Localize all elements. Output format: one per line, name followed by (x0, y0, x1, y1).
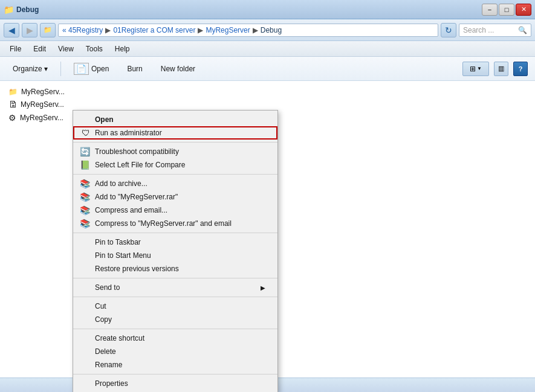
ctx-divider-1 (73, 142, 277, 143)
compress-email-icon: 📚 (79, 205, 90, 215)
ctx-divider-5 (73, 297, 277, 297)
compress-rar-icon: 📚 (79, 219, 90, 228)
ctx-divider-6 (73, 329, 277, 329)
main-area: 📁 MyRegServ... 🖺 MyRegServ... ⚙ MyRegSer… (0, 81, 535, 378)
ctx-send-to-label: Send to (95, 283, 120, 292)
ctx-divider-3 (73, 233, 277, 233)
ctx-restore-label: Restore previous versions (95, 265, 179, 273)
ctx-cut-label: Cut (95, 302, 106, 310)
organize-button[interactable]: Organize ▾ (7, 62, 53, 76)
ctx-add-rar-label: Add to "MyRegServer.rar" (95, 193, 178, 201)
breadcrumb-part-1: « 45Registry (62, 26, 103, 34)
ctx-compress-rar-email-label: Compress to "MyRegServer.rar" and email (95, 219, 232, 228)
ctx-open-header: Open (73, 113, 277, 126)
pane-button[interactable]: ▥ (494, 62, 508, 76)
up-icon: 📁 (44, 26, 52, 34)
submenu-arrow: ▶ (261, 284, 265, 291)
search-box[interactable]: Search ... 🔍 (459, 24, 531, 37)
minimize-button[interactable]: − (482, 4, 498, 16)
burn-button[interactable]: Burn (122, 62, 148, 76)
archive-icon: 📚 (79, 179, 90, 188)
breadcrumb-part-4: Debug (261, 26, 282, 34)
compare-icon: 📗 (79, 160, 90, 170)
view-options-button[interactable]: ⊞ ▼ (462, 62, 489, 76)
ctx-cut[interactable]: Cut (73, 300, 277, 313)
ctx-divider-4 (73, 278, 277, 278)
title-bar-left: 📁 Debug (4, 5, 39, 14)
ctx-divider-7 (73, 374, 277, 374)
forward-button[interactable]: ▶ (22, 23, 37, 37)
toolbar-sep-1 (60, 62, 61, 76)
address-bar: ◀ ▶ 📁 « 45Registry ▶ 01Register a COM se… (0, 19, 535, 41)
ctx-compress-rar-email[interactable]: 📚 Compress to "MyRegServer.rar" and emai… (73, 217, 277, 230)
back-button[interactable]: ◀ (4, 23, 19, 37)
help-icon: ? (519, 65, 523, 72)
breadcrumb-part-3: MyRegServer (206, 26, 250, 34)
menu-edit[interactable]: Edit (28, 43, 51, 55)
ctx-divider-2 (73, 174, 277, 175)
ctx-pin-taskbar-label: Pin to Taskbar (95, 238, 141, 246)
menu-help[interactable]: Help (110, 43, 135, 55)
ctx-add-archive-label: Add to archive... (95, 179, 148, 188)
file-name: MyRegServ... (20, 114, 63, 122)
ctx-properties[interactable]: Properties (73, 377, 277, 390)
ctx-pin-start[interactable]: Pin to Start Menu (73, 249, 277, 262)
ctx-pin-start-label: Pin to Start Menu (95, 251, 151, 260)
close-button[interactable]: ✕ (516, 4, 531, 16)
ctx-select-left[interactable]: 📗 Select Left File for Compare (73, 158, 277, 172)
ctx-troubleshoot[interactable]: 🔄 Troubleshoot compatibility (73, 145, 277, 158)
list-item[interactable]: 🖺 MyRegServ... (5, 98, 530, 111)
breadcrumb-sep-3: ▶ (253, 26, 258, 34)
list-item[interactable]: 📁 MyRegServ... (5, 86, 530, 98)
folder-icon: 📁 (4, 5, 14, 14)
menu-bar: File Edit View Tools Help (0, 41, 535, 57)
open-label: Open (91, 65, 109, 73)
search-icon: 🔍 (518, 26, 527, 34)
ctx-add-rar[interactable]: 📚 Add to "MyRegServer.rar" (73, 190, 277, 204)
ctx-run-as-admin[interactable]: 🛡 Run as administrator (73, 126, 277, 140)
ctx-run-as-admin-label: Run as administrator (95, 129, 162, 137)
ctx-create-shortcut[interactable]: Create shortcut (73, 332, 277, 345)
refresh-button[interactable]: ↻ (441, 23, 456, 37)
ctx-delete[interactable]: Delete (73, 345, 277, 358)
refresh-icon: ↻ (445, 25, 452, 35)
title-bar: 📁 Debug − □ ✕ (0, 0, 535, 19)
title-bar-controls: − □ ✕ (482, 4, 531, 16)
file-icon: 📁 (8, 88, 18, 96)
ctx-restore[interactable]: Restore previous versions (73, 262, 277, 275)
new-folder-button[interactable]: New folder (155, 62, 201, 76)
search-text: Search ... (463, 26, 494, 34)
view-arrow: ▼ (477, 66, 482, 71)
menu-tools[interactable]: Tools (81, 43, 108, 55)
view-icon: ⊞ (470, 65, 476, 73)
ctx-create-shortcut-label: Create shortcut (95, 334, 144, 342)
toolbar: Organize ▾ 📄 Open Burn New folder ⊞ ▼ ▥ … (0, 57, 535, 81)
up-button[interactable]: 📁 (40, 23, 56, 37)
ctx-add-archive[interactable]: 📚 Add to archive... (73, 177, 277, 190)
ctx-rename[interactable]: Rename (73, 358, 277, 371)
context-menu: Open 🛡 Run as administrator 🔄 Troublesho… (73, 110, 278, 392)
file-name: MyRegServ... (21, 100, 64, 109)
menu-view[interactable]: View (53, 43, 79, 55)
troubleshoot-icon: 🔄 (79, 147, 90, 156)
breadcrumb[interactable]: « 45Registry ▶ 01Register a COM server ▶… (58, 24, 438, 37)
ctx-properties-label: Properties (95, 379, 128, 388)
back-icon: ◀ (8, 25, 15, 35)
window-title: Debug (16, 5, 39, 14)
open-button[interactable]: 📄 Open (68, 60, 114, 78)
breadcrumb-sep-2: ▶ (198, 26, 203, 34)
ctx-troubleshoot-label: Troubleshoot compatibility (95, 147, 179, 156)
forward-icon: ▶ (27, 25, 33, 35)
rar-icon: 📚 (79, 192, 90, 202)
ctx-copy[interactable]: Copy (73, 313, 277, 326)
shield-icon: 🛡 (80, 128, 91, 138)
menu-file[interactable]: File (5, 43, 26, 55)
ctx-delete-label: Delete (95, 347, 116, 356)
ctx-pin-taskbar[interactable]: Pin to Taskbar (73, 236, 277, 249)
breadcrumb-sep-1: ▶ (105, 26, 111, 34)
ctx-send-to[interactable]: Send to ▶ (73, 281, 277, 294)
help-button[interactable]: ? (513, 62, 528, 76)
pane-icon: ▥ (498, 65, 504, 72)
maximize-button[interactable]: □ (499, 4, 514, 16)
ctx-compress-email[interactable]: 📚 Compress and email... (73, 204, 277, 217)
